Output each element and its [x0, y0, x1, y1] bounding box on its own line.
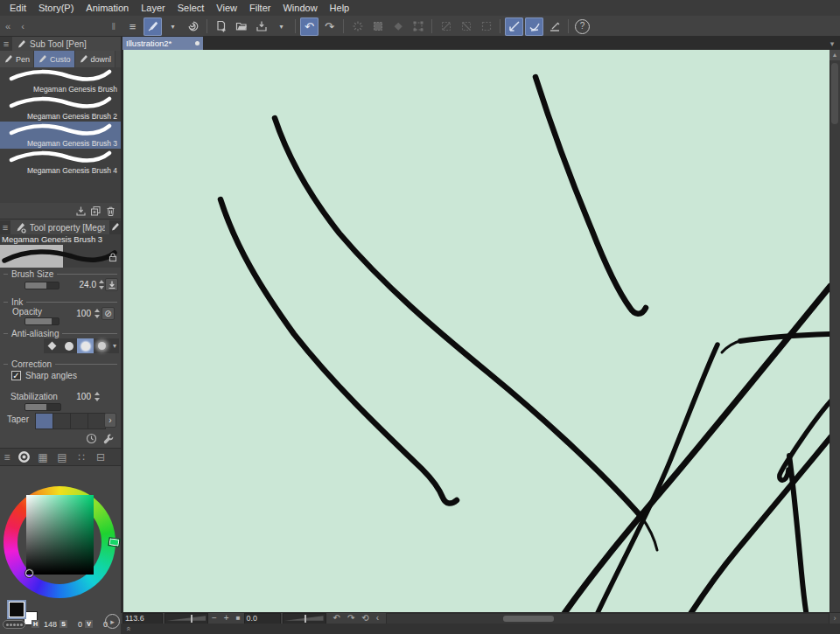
- menu-filter[interactable]: Filter: [243, 0, 276, 16]
- sharp-angles-checkbox[interactable]: ✓: [11, 371, 21, 380]
- aa-dropdown-chevron[interactable]: ▾: [110, 342, 119, 350]
- document-tab[interactable]: Illustration2*: [122, 37, 203, 50]
- zoom-slider[interactable]: [164, 613, 208, 624]
- taper-expand-button[interactable]: ›: [104, 413, 116, 428]
- tool-property-menu-icon[interactable]: ≡: [0, 222, 10, 233]
- reset-clock-icon[interactable]: [86, 432, 97, 448]
- scroll-right-arrow-icon[interactable]: ›: [830, 614, 840, 624]
- subtool-tab-downl[interactable]: downl: [75, 51, 116, 67]
- menu-help[interactable]: Help: [324, 0, 356, 16]
- save-button[interactable]: [252, 17, 270, 36]
- sat-value[interactable]: 0: [70, 620, 82, 629]
- taper-segment[interactable]: [71, 413, 88, 429]
- taper-segment[interactable]: [88, 413, 106, 429]
- taper-segment[interactable]: [35, 413, 53, 429]
- prev-dock-icon[interactable]: ‹: [16, 21, 30, 31]
- menu-window[interactable]: Window: [276, 0, 323, 16]
- stabilization-slider[interactable]: [24, 403, 61, 411]
- subtool-tab-custo[interactable]: Custo: [34, 51, 75, 67]
- brush-size-value[interactable]: 24.0: [66, 280, 96, 289]
- menu-animation[interactable]: Animation: [80, 0, 135, 16]
- tab-color-set[interactable]: ▦: [33, 448, 52, 466]
- tab-color-wheel[interactable]: [14, 448, 33, 466]
- taper-segment[interactable]: [53, 413, 71, 429]
- undo-button[interactable]: ↶: [300, 17, 318, 36]
- zoom-out-icon[interactable]: −: [208, 613, 220, 624]
- no-effect-button[interactable]: ⊘: [102, 307, 115, 320]
- new-file-button[interactable]: [212, 17, 230, 36]
- current-tool-button[interactable]: [144, 17, 162, 36]
- expand-bar-icon[interactable]: «: [123, 623, 134, 634]
- edit-tool-icon[interactable]: [109, 222, 121, 233]
- fit-screen-icon[interactable]: ■: [233, 613, 244, 624]
- color-switch-button[interactable]: ▸: [105, 614, 120, 629]
- opacity-value[interactable]: 100: [65, 309, 91, 318]
- collapse-nav-icon[interactable]: ‹: [373, 613, 382, 624]
- stabilization-stepper[interactable]: [93, 391, 101, 402]
- aa-weak-button[interactable]: [60, 338, 77, 353]
- save-dropdown-chevron[interactable]: ▾: [272, 17, 290, 36]
- stabilization-value[interactable]: 100: [65, 392, 91, 401]
- collapse-dock-icon[interactable]: «: [0, 21, 16, 31]
- rotation-slider[interactable]: [283, 613, 326, 624]
- brush-size-slider[interactable]: [24, 282, 60, 289]
- brush-item[interactable]: Megaman Genesis Brush 3: [0, 122, 121, 149]
- opacity-stepper[interactable]: [93, 308, 101, 319]
- tab-color-slider[interactable]: ▤: [52, 448, 72, 466]
- tab-color-mixing[interactable]: ∷: [72, 448, 91, 466]
- open-file-button[interactable]: [232, 17, 250, 36]
- duplicate-icon[interactable]: [90, 206, 102, 217]
- scroll-up-arrow-icon[interactable]: ▲: [830, 50, 840, 60]
- register-size-button[interactable]: [105, 278, 118, 291]
- brush-preview[interactable]: Megaman Genesis Brush 3: [0, 234, 121, 268]
- vertical-scrollbar[interactable]: [830, 50, 840, 612]
- sv-square[interactable]: [26, 495, 94, 575]
- trash-icon[interactable]: [105, 206, 116, 217]
- brush-item[interactable]: Megaman Genesis Brush: [0, 67, 121, 94]
- subtool-header-tab[interactable]: Sub Tool [Pen]: [12, 37, 121, 51]
- vertical-scrollbar-thumb[interactable]: [831, 63, 838, 124]
- import-icon[interactable]: [75, 206, 87, 217]
- rotate-left-icon[interactable]: ↶: [330, 613, 344, 624]
- tool-dropdown-chevron[interactable]: ▾: [164, 17, 182, 36]
- color-mix-pill[interactable]: [3, 620, 25, 629]
- tab-close-dot[interactable]: [195, 41, 200, 45]
- snap-to-grid-button[interactable]: [545, 17, 564, 36]
- zoom-in-icon[interactable]: +: [220, 613, 233, 624]
- aa-medium-button[interactable]: [77, 338, 94, 353]
- opacity-slider[interactable]: [24, 317, 60, 325]
- horizontal-scrollbar-thumb[interactable]: [503, 616, 554, 622]
- brush-item[interactable]: Megaman Genesis Brush 4: [0, 149, 121, 176]
- tool-property-header-tab[interactable]: Tool property [Mega: [10, 220, 109, 234]
- brush-size-stepper[interactable]: [97, 279, 105, 290]
- reset-view-icon[interactable]: ⟲: [358, 613, 372, 624]
- horizontal-scrollbar[interactable]: [386, 613, 830, 624]
- tab-list-chevron[interactable]: ▾: [826, 37, 838, 50]
- snap-to-special-ruler-button[interactable]: [525, 17, 543, 36]
- menu-select[interactable]: Select: [172, 0, 211, 16]
- menu-storyp[interactable]: Story(P): [32, 0, 80, 16]
- rotation-value[interactable]: 0.0: [244, 613, 281, 624]
- wrench-icon[interactable]: [102, 432, 114, 448]
- aa-none-button[interactable]: [44, 338, 60, 353]
- subtool-menu-icon[interactable]: ≡: [0, 38, 12, 49]
- hue-marker[interactable]: [108, 537, 120, 547]
- snap-to-ruler-button[interactable]: [505, 17, 523, 36]
- tab-color-history[interactable]: ⊟: [91, 448, 110, 466]
- lock-icon[interactable]: [108, 250, 118, 266]
- subtool-tab-pen[interactable]: Pen: [0, 51, 34, 67]
- foreground-color-swatch[interactable]: [9, 602, 24, 617]
- canvas[interactable]: [123, 50, 830, 612]
- aa-strong-button[interactable]: [94, 338, 110, 353]
- open-clip-studio-button[interactable]: [184, 17, 202, 36]
- main-menu-button[interactable]: ≡: [123, 17, 142, 36]
- palette-menu-icon[interactable]: ≡: [0, 448, 14, 466]
- menu-layer[interactable]: Layer: [135, 0, 172, 16]
- hue-value[interactable]: 148: [42, 620, 57, 629]
- help-button[interactable]: ?: [573, 17, 592, 36]
- menu-view[interactable]: View: [210, 0, 243, 16]
- rotate-right-icon[interactable]: ↷: [344, 613, 358, 624]
- taper-segments[interactable]: [35, 413, 106, 429]
- redo-button[interactable]: ↷: [320, 17, 339, 36]
- menu-edit[interactable]: Edit: [4, 0, 32, 16]
